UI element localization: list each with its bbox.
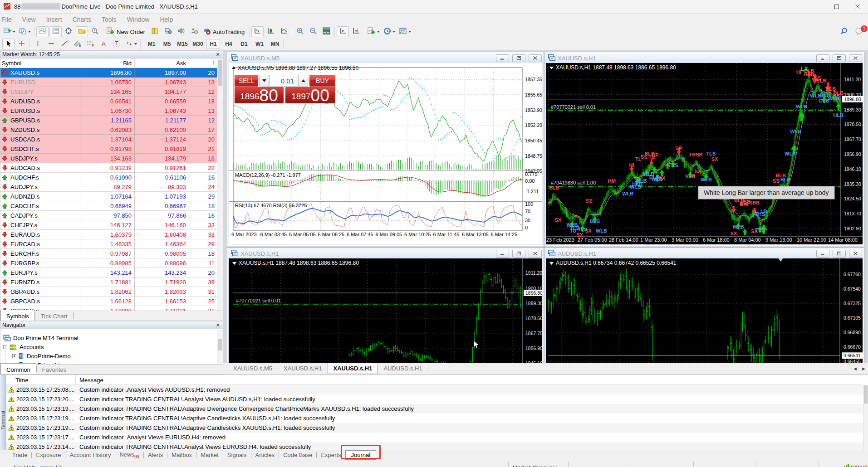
market-watch-row-USDCAD.s[interactable]: USDCAD.s 1.37104 1.37124 20: [0, 135, 217, 144]
expand-icon[interactable]: [12, 354, 16, 358]
child-minimize-button[interactable]: [496, 54, 509, 62]
chevron-down-icon[interactable]: [377, 31, 380, 33]
navigator-tab-common[interactable]: Common: [0, 363, 36, 374]
journal-row[interactable]: 2023.03.15 17:23:19....Custom indicator …: [6, 413, 863, 423]
buy-price-display[interactable]: 189700: [285, 87, 335, 103]
terminal-tab-trade[interactable]: Trade: [8, 451, 31, 459]
navigator-toggle-button[interactable]: [76, 26, 88, 37]
market-watch-row-EURAUD.s[interactable]: EURAUD.s 1.60375 1.60408 33: [0, 230, 217, 239]
templates-button[interactable]: [397, 26, 412, 37]
scrollbar-thumb[interactable]: [218, 60, 222, 86]
expert-advisors-button[interactable]: [188, 26, 201, 37]
terminal-tab-mailbox[interactable]: Mailbox: [167, 451, 196, 459]
market-watch-row-AUDCAD.s[interactable]: AUDCAD.s 0.91239 0.91261 22: [0, 163, 217, 173]
terminal-tab-experts[interactable]: Experts: [317, 451, 345, 459]
chevron-down-icon[interactable]: [134, 43, 137, 45]
menu-charts[interactable]: Charts: [71, 14, 96, 25]
scrollbar-thumb[interactable]: [218, 339, 222, 350]
menu-insert[interactable]: Insert: [45, 14, 67, 25]
market-watch-row-AUDNZD.s[interactable]: AUDNZD.s 1.07164 1.07193 29: [0, 192, 217, 201]
market-watch-row-AUDCHF.s[interactable]: AUDCHF.s 0.61090 0.61106 16: [0, 173, 217, 182]
chart-tab-2[interactable]: XAUUSD.s,H1: [328, 363, 378, 374]
chevron-down-icon[interactable]: [408, 31, 411, 33]
new-order-button[interactable]: New Order: [105, 26, 148, 37]
child-close-button[interactable]: [529, 54, 542, 62]
maximize-button[interactable]: [826, 0, 847, 14]
chevron-down-icon[interactable]: [392, 31, 395, 33]
child-close-button[interactable]: [849, 250, 862, 258]
chart-area[interactable]: 1857.351855.651853.901852.201850.451848.…: [229, 63, 542, 244]
chart-window-titlebar[interactable]: XAUUSD.s,H1: [545, 53, 863, 63]
menu-file[interactable]: File: [0, 14, 17, 25]
terminal-tab-journal[interactable]: Journal: [345, 450, 377, 460]
child-minimize-button[interactable]: [816, 250, 829, 258]
volume-increase-button[interactable]: [298, 75, 308, 87]
arrows-tool-button[interactable]: [124, 39, 138, 49]
timeframe-m5[interactable]: M5: [160, 39, 174, 49]
chevron-down-icon[interactable]: [13, 31, 15, 33]
journal-row[interactable]: 2023.03.15 17:25:08....Custom indicator …: [6, 385, 863, 394]
tile-windows-button[interactable]: [320, 26, 333, 37]
sell-price-display[interactable]: 189680: [235, 87, 284, 103]
timeframe-h4[interactable]: H4: [222, 39, 235, 49]
col-ask[interactable]: Ask: [134, 59, 189, 68]
terminal-tab-news[interactable]: News99: [115, 450, 143, 460]
tab-scroll-left-icon[interactable]: ◄: [853, 366, 858, 371]
text-button[interactable]: A: [98, 39, 110, 49]
equidistant-channel-button[interactable]: E: [71, 39, 83, 49]
market-watch-row-NZDUSD.s[interactable]: NZDUSD.s 0.62083 0.62100 17: [0, 125, 217, 135]
child-minimize-button[interactable]: [496, 250, 509, 258]
vertical-line-button[interactable]: [32, 39, 44, 49]
market-watch-row-EURCAD.s[interactable]: EURCAD.s 1.46335 1.46364 29: [0, 239, 217, 249]
market-watch-row-AUDUSD.s[interactable]: AUDUSD.s 0.66541 0.66559 18: [0, 97, 217, 106]
terminal-tab-alerts[interactable]: Alerts: [144, 451, 167, 459]
chart-area[interactable]: 1911.201900.101889.301878.501867.701856.…: [229, 258, 542, 373]
terminal-tab-exposure[interactable]: Exposure: [32, 451, 65, 459]
strategy-tester-button[interactable]: [162, 26, 174, 37]
chart-tab-0[interactable]: XAUUSD.s,M5: [228, 363, 278, 373]
volume-decrease-button[interactable]: [259, 75, 269, 87]
terminal-tab-market[interactable]: Market: [196, 451, 223, 459]
bar-chart-mode-button[interactable]: [251, 26, 264, 37]
col-symbol[interactable]: Symbol: [0, 59, 80, 68]
cursor-button[interactable]: [2, 39, 15, 49]
data-window-button[interactable]: [63, 26, 75, 37]
horizontal-line-button[interactable]: [45, 39, 57, 49]
search-icon[interactable]: [841, 27, 849, 37]
timeframe-m1[interactable]: M1: [145, 39, 158, 49]
close-button[interactable]: [847, 0, 868, 14]
market-watch-row-GBPUSD.s[interactable]: GBPUSD.s 1.21165 1.21177 12: [0, 116, 217, 125]
chart-tab-1[interactable]: XAUUSD.s,H1: [278, 363, 328, 373]
col-spread[interactable]: !: [189, 59, 217, 68]
terminal-tab-signals[interactable]: Signals: [223, 451, 251, 459]
zoom-in-button[interactable]: [294, 26, 306, 37]
fibonacci-button[interactable]: F: [84, 39, 97, 49]
market-watch-row-AUDJPY.s[interactable]: AUDJPY.s 89.279 89.303 24: [0, 182, 217, 192]
chart-area[interactable]: 0.677600.675400.673250.671050.668900.666…: [546, 258, 863, 373]
journal-row[interactable]: 2023.03.15 17:23:17....Custom indicator …: [6, 433, 863, 442]
metaeditor-button[interactable]: [149, 26, 161, 37]
market-watch-row-GBPAUD.s[interactable]: GBPAUD.s 1.82062 1.82093 31: [0, 287, 217, 297]
navigator-close-icon[interactable]: ✕: [215, 322, 221, 328]
navigator-item-accounts[interactable]: Accounts: [0, 342, 217, 351]
sounds-button[interactable]: [175, 26, 187, 37]
timeframe-w1[interactable]: W1: [253, 39, 266, 49]
buy-button[interactable]: BUY: [309, 75, 335, 87]
terminal-tab-account-history[interactable]: Account History: [65, 451, 115, 459]
chart-window-titlebar[interactable]: XAUUSD.s,M5: [228, 53, 543, 63]
chart-window-titlebar[interactable]: XAUUSD.s,H1: [228, 248, 543, 258]
minimize-button[interactable]: [805, 0, 826, 14]
timeframe-d1[interactable]: D1: [237, 39, 251, 49]
new-chart-button[interactable]: [2, 26, 17, 37]
chevron-down-icon[interactable]: [28, 31, 31, 33]
child-close-button[interactable]: [849, 54, 862, 62]
menu-tools[interactable]: Tools: [100, 14, 122, 25]
trendline-button[interactable]: [58, 39, 70, 49]
child-minimize-button[interactable]: [816, 54, 829, 62]
periods-button[interactable]: [382, 26, 397, 37]
terminal-tab-code-base[interactable]: Code Base: [279, 451, 316, 459]
timeframe-m15[interactable]: M15: [176, 39, 189, 49]
chart-area[interactable]: 1911.201900.101889.301878.501867.701856.…: [546, 63, 863, 244]
col-bid[interactable]: Bid: [80, 59, 134, 68]
scrollbar-thumb[interactable]: [864, 385, 868, 404]
